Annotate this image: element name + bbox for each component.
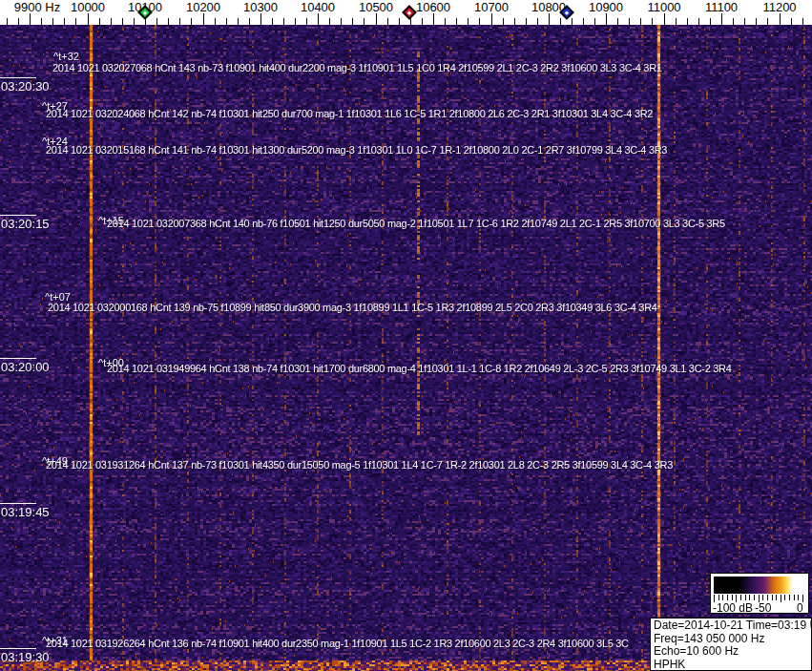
freq-axis-label: 10600: [416, 0, 450, 14]
marker-center-dot: [407, 10, 411, 14]
freq-axis-minor-tick: [802, 18, 803, 25]
freq-axis-minor-tick: [111, 18, 112, 25]
freq-axis-minor-tick: [238, 18, 239, 25]
time-tick-line: [0, 358, 36, 359]
freq-axis-minor-tick: [341, 18, 342, 25]
freq-axis-label: 11100: [705, 0, 738, 14]
colorbar-tick: [754, 595, 755, 600]
freq-axis-minor-tick: [629, 18, 630, 25]
freq-axis-minor-tick: [283, 18, 284, 25]
freq-axis-minor-tick: [652, 18, 653, 25]
colorbar-tick: [722, 595, 723, 600]
freq-axis-minor-tick: [422, 18, 423, 25]
freq-axis-minor-tick: [617, 18, 618, 25]
time-tick-line: [0, 215, 36, 216]
freq-axis-minor-tick: [572, 18, 573, 25]
freq-axis-minor-tick: [594, 18, 595, 25]
echo-data-text: 2014 1021 031931264 hCnt 137 nb-73 f1030…: [46, 459, 673, 471]
freq-axis-minor-tick: [7, 18, 8, 25]
freq-axis-minor-tick: [744, 18, 745, 25]
freq-axis-minor-tick: [733, 18, 734, 25]
freq-axis-minor-tick: [364, 18, 364, 25]
freq-axis-label: 10200: [186, 0, 220, 14]
freq-axis-label: 11000: [647, 0, 680, 14]
echo-data-text: 2014 1021 031926264 hCnt 136 nb-74 f1090…: [46, 638, 629, 649]
freq-axis-minor-tick: [514, 18, 515, 25]
time-label: 03:20:30: [1, 79, 50, 94]
freq-axis-label: 10400: [301, 0, 335, 14]
spectrogram-canvas: [0, 25, 812, 671]
freq-axis-major-tick: [664, 13, 665, 25]
freq-axis-minor-tick: [479, 18, 480, 25]
freq-axis-major-tick: [260, 13, 261, 25]
colorbar-tick: [736, 595, 737, 602]
freq-axis-major-tick: [30, 13, 31, 25]
freq-axis-minor-tick: [41, 18, 42, 25]
freq-axis-label: 10000: [71, 0, 105, 14]
info-line-station: HPHK: [654, 659, 811, 671]
time-label: 03:19:45: [1, 505, 50, 519]
freq-axis-minor-tick: [156, 18, 157, 25]
freq-axis-major-tick: [433, 13, 434, 25]
freq-axis-minor-tick: [676, 18, 677, 25]
time-label: 03:19:30: [1, 650, 50, 664]
freq-axis-minor-tick: [583, 18, 584, 25]
freq-axis-minor-tick: [399, 18, 400, 25]
freq-axis-minor-tick: [387, 18, 388, 25]
freq-axis-major-tick: [780, 13, 781, 25]
colorbar-tick: [740, 595, 741, 600]
freq-axis-minor-tick: [134, 18, 135, 25]
freq-axis-minor-tick: [329, 18, 330, 25]
freq-axis-label: 10300: [243, 0, 278, 14]
colorbar-tick: [794, 595, 795, 600]
freq-axis-minor-tick: [306, 18, 307, 25]
freq-axis-minor-tick: [215, 18, 216, 25]
freq-axis-minor-tick: [99, 18, 100, 25]
time-tick-line: [0, 648, 36, 649]
freq-axis-minor-tick: [756, 18, 757, 25]
freq-axis-minor-tick: [537, 18, 538, 25]
freq-axis-minor-tick: [52, 18, 53, 25]
freq-axis-minor-tick: [75, 18, 76, 25]
freq-axis-minor-tick: [295, 18, 296, 25]
freq-axis-minor-tick: [179, 18, 180, 25]
freq-axis-minor-tick: [122, 18, 123, 25]
freq-marker-red-diamond-icon[interactable]: [402, 5, 417, 20]
colorbar-tick: [767, 595, 768, 600]
colorbar-tick: [772, 595, 773, 600]
echo-data-text: 2014 1021 032015168 hCnt 141 nb-74 f1030…: [46, 144, 667, 156]
time-tick-line: [0, 503, 36, 504]
freq-axis-major-tick: [549, 13, 550, 25]
freq-axis-minor-tick: [526, 18, 527, 25]
colorbar-tick: [789, 595, 790, 600]
freq-axis-minor-tick: [456, 18, 457, 25]
freq-axis-label: 10900: [589, 0, 623, 14]
echo-time-marker: ^t+32: [53, 51, 79, 62]
echo-data-text: 2014 1021 031949964 hCnt 138 nb-74 f1030…: [107, 363, 732, 374]
freq-axis-minor-tick: [640, 18, 641, 25]
frequency-axis: 9900 Hz100001010010200103001040010500106…: [0, 0, 812, 25]
colorbar-tick: [759, 595, 760, 602]
freq-axis-major-tick: [606, 13, 607, 25]
colorbar-tick: [762, 595, 763, 600]
info-line-freq: Freq=143 050 000 Hz: [654, 633, 811, 646]
colorbar-tick: [745, 595, 746, 600]
freq-axis-minor-tick: [226, 18, 227, 25]
db-colorbar: -100 dB -50 0: [710, 573, 809, 614]
echo-data-text: 2014 1021 032007368 hCnt 140 nb-76 f1050…: [107, 218, 725, 229]
freq-axis-major-tick: [318, 13, 319, 25]
freq-axis-major-tick: [491, 13, 492, 25]
freq-axis-minor-tick: [710, 18, 711, 25]
marker-center-dot: [565, 10, 569, 14]
colorbar-tick: [749, 595, 750, 600]
freq-axis-minor-tick: [168, 18, 169, 25]
colorbar-tick: [798, 595, 799, 600]
freq-axis-label: 10700: [474, 0, 509, 14]
freq-axis-minor-tick: [352, 18, 353, 25]
freq-axis-major-tick: [88, 13, 89, 25]
colorbar-tick: [732, 595, 733, 600]
colorbar-tick: [781, 595, 781, 602]
freq-axis-minor-tick: [503, 18, 504, 25]
colorbar-tick: [784, 595, 785, 600]
freq-axis-major-tick: [203, 13, 204, 25]
